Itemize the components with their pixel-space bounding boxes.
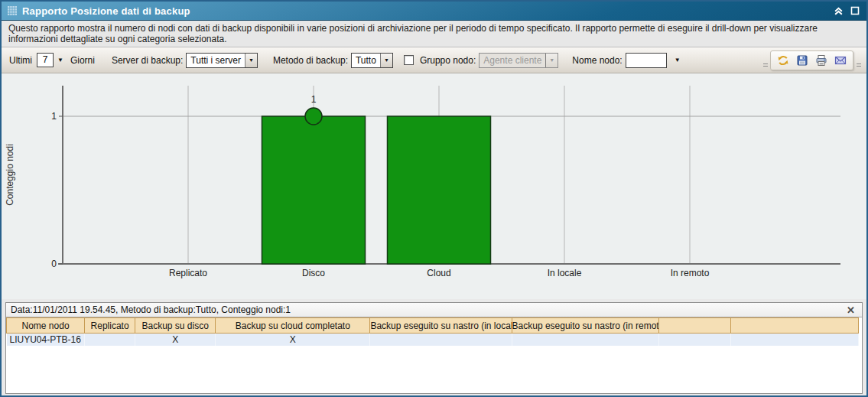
tape-remote-cell xyxy=(512,334,658,346)
x-category-label: In locale xyxy=(548,268,582,278)
detail-panel: Data:11/01/2011 19.54.45, Metodo di back… xyxy=(5,302,863,394)
chevron-down-icon: ▼ xyxy=(380,54,392,67)
email-icon xyxy=(834,54,847,67)
column-header[interactable]: Backup su cloud completato xyxy=(216,318,370,334)
double-chevron-up-icon xyxy=(834,6,844,16)
filter-toolbar: Ultimi 7 ▼ Giorni Server di backup: Tutt… xyxy=(2,47,866,73)
x-category-label: Disco xyxy=(302,268,325,278)
column-header[interactable] xyxy=(658,318,730,334)
disk-backup-cell: X xyxy=(135,334,216,346)
bar-disco[interactable] xyxy=(262,116,366,264)
bar-chart-region: 01ReplicatoDiscoCloudIn localeIn remoto1… xyxy=(2,73,866,299)
node-name-label: Nome nodo: xyxy=(572,55,622,66)
chevron-down-icon: ▼ xyxy=(545,54,558,67)
backup-server-select[interactable]: Tutti i server ▼ xyxy=(186,53,258,68)
actions-tray xyxy=(770,50,853,70)
y-tick-label: 0 xyxy=(51,259,57,269)
empty-cell xyxy=(730,334,858,346)
print-icon xyxy=(815,54,827,67)
y-axis-title: Conteggio nodi xyxy=(5,144,15,206)
data-point-marker[interactable] xyxy=(305,108,322,125)
detail-table-header-row: Nome nodo Replicato Backup su disco Back… xyxy=(7,318,859,334)
node-group-value: Agente cliente xyxy=(480,55,545,66)
days-dropdown-arrow-icon[interactable]: ▼ xyxy=(57,57,63,63)
days-unit-label: Giorni xyxy=(70,55,95,66)
x-category-label: Cloud xyxy=(427,268,450,278)
node-name-dropdown-arrow-icon[interactable]: ▼ xyxy=(675,57,681,63)
column-header[interactable] xyxy=(730,318,858,334)
detail-panel-zone: Data:11/01/2011 19.54.45, Metodo di back… xyxy=(2,299,866,395)
detail-panel-caption: Data:11/01/2011 19.54.45, Metodo di back… xyxy=(6,303,862,317)
last-label: Ultimi xyxy=(9,55,32,66)
cloud-backup-cell: X xyxy=(216,334,370,346)
report-window: Rapporto Posizione dati di backup Questo… xyxy=(0,0,868,397)
print-button[interactable] xyxy=(814,54,828,67)
toolbar-overflow-grip[interactable] xyxy=(855,52,862,69)
backup-server-value: Tutti i server xyxy=(187,55,245,66)
node-group-label: Gruppo nodo: xyxy=(420,55,476,66)
backup-method-value: Tutto xyxy=(352,55,380,66)
save-button[interactable] xyxy=(795,54,809,67)
x-category-label: In remoto xyxy=(671,268,710,278)
maximize-icon xyxy=(850,6,860,15)
tape-local-cell xyxy=(370,334,512,346)
titlebar: Rapporto Posizione dati di backup xyxy=(2,2,866,21)
node-group-checkbox[interactable] xyxy=(404,55,414,65)
refresh-button[interactable] xyxy=(776,54,790,67)
replicated-cell xyxy=(85,334,135,346)
toolbar-overflow-grip[interactable] xyxy=(762,52,769,69)
close-icon[interactable]: ✕ xyxy=(844,305,857,315)
report-description: Questo rapporto mostra il numero di nodi… xyxy=(2,21,866,47)
backup-server-label: Server di backup: xyxy=(112,55,183,66)
chevron-down-icon: ▼ xyxy=(245,54,257,67)
bar-chart: 01ReplicatoDiscoCloudIn localeIn remoto1… xyxy=(2,73,866,299)
collapse-button[interactable] xyxy=(833,5,844,16)
save-icon xyxy=(796,54,808,67)
detail-caption-text: Data:11/01/2011 19.54.45, Metodo di back… xyxy=(11,304,291,315)
report-grid-icon xyxy=(8,6,17,15)
column-header[interactable]: Backup su disco xyxy=(135,318,216,334)
column-header[interactable]: Replicato xyxy=(85,318,135,334)
days-value-box[interactable]: 7 xyxy=(37,53,54,67)
maximize-button[interactable] xyxy=(850,5,860,16)
detail-table: Nome nodo Replicato Backup su disco Back… xyxy=(6,317,859,346)
column-header[interactable]: Nome nodo xyxy=(7,318,85,334)
refresh-icon xyxy=(777,54,789,67)
node-name-cell: LIUYU04-PTB-16 xyxy=(7,334,85,346)
x-category-label: Replicato xyxy=(169,268,207,278)
data-point-label: 1 xyxy=(311,94,317,105)
column-header[interactable]: Backup eseguito su nastro (in remoto) xyxy=(512,318,658,334)
bar-cloud[interactable] xyxy=(388,116,491,264)
email-button[interactable] xyxy=(834,54,847,67)
backup-method-select[interactable]: Tutto ▼ xyxy=(351,53,393,68)
empty-cell xyxy=(658,334,730,346)
node-name-input[interactable] xyxy=(626,53,667,68)
column-header[interactable]: Backup eseguito su nastro (in locale) xyxy=(370,318,512,334)
node-group-select: Agente cliente ▼ xyxy=(479,53,558,68)
backup-method-label: Metodo di backup: xyxy=(273,55,348,66)
window-title: Rapporto Posizione dati di backup xyxy=(22,5,190,17)
y-tick-label: 1 xyxy=(51,111,57,122)
table-row[interactable]: LIUYU04-PTB-16 X X xyxy=(7,334,859,346)
